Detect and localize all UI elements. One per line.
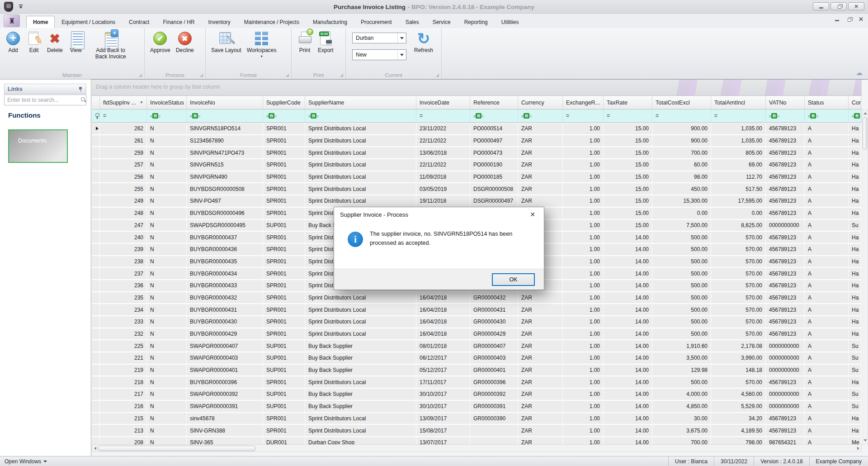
- grid-cell[interactable]: SUP001: [263, 352, 305, 364]
- grid-cell[interactable]: 500.00: [652, 256, 711, 267]
- grid-cell[interactable]: BUYBGR00000434: [187, 268, 263, 279]
- grid-cell[interactable]: 17/11/2017: [416, 376, 470, 388]
- grid-cell[interactable]: 1.00: [563, 292, 604, 304]
- tab-manufacturing[interactable]: Manufacturing: [306, 16, 354, 28]
- grid-cell[interactable]: SWAPGR00000392: [187, 389, 263, 400]
- grid-cell[interactable]: 570.00: [711, 280, 766, 291]
- grid-cell[interactable]: 500.00: [652, 328, 711, 340]
- column-header-invoicestatus[interactable]: InvoiceStatus: [147, 96, 187, 109]
- grid-cell[interactable]: 500.00: [652, 292, 711, 304]
- column-header-taxrate[interactable]: TaxRate: [604, 96, 652, 109]
- grid-cell[interactable]: Buy Back Supplier: [305, 352, 416, 364]
- grid-cell[interactable]: SUP001: [263, 220, 305, 231]
- grid-cell[interactable]: GR00000403: [470, 352, 518, 364]
- grid-cell[interactable]: 456789123: [766, 280, 805, 291]
- grid-cell[interactable]: Ha: [849, 316, 861, 328]
- grid-cell[interactable]: A: [805, 268, 849, 279]
- grid-cell[interactable]: BUYBGR00000431: [187, 304, 263, 315]
- print-button[interactable]: ?Print: [295, 30, 314, 55]
- grid-cell[interactable]: 14.00: [604, 389, 652, 400]
- grid-cell[interactable]: SPR001: [263, 268, 305, 279]
- grid-cell[interactable]: PO0000514: [470, 123, 518, 134]
- filter-cell[interactable]: aBc: [187, 109, 263, 122]
- grid-cell[interactable]: A: [805, 401, 849, 412]
- column-header-totalcostexcl[interactable]: TotalCostExcl: [652, 96, 711, 109]
- table-row[interactable]: 261NS1234567890SPR001Sprint Distributors…: [92, 135, 862, 147]
- status-dropdown[interactable]: New: [352, 49, 406, 60]
- grid-cell[interactable]: 234: [100, 304, 147, 315]
- grid-cell[interactable]: 15.00: [604, 159, 652, 171]
- grid-cell[interactable]: A: [805, 171, 849, 183]
- grid-cell[interactable]: BUYBDSGR00000508: [187, 183, 263, 195]
- grid-cell[interactable]: SUP001: [263, 365, 305, 376]
- grid-cell[interactable]: Sprint Distributors Local: [305, 425, 416, 436]
- dialog-title-bar[interactable]: Supplier Invoice - Process ✕: [334, 207, 544, 222]
- scroll-down-icon[interactable]: [863, 439, 867, 442]
- grid-cell[interactable]: 456789123: [766, 316, 805, 328]
- grid-cell[interactable]: Buy Back Supplier: [305, 401, 416, 412]
- grid-cell[interactable]: N: [147, 352, 187, 364]
- grid-cell[interactable]: 60.00: [652, 159, 711, 171]
- grid-cell[interactable]: 1.00: [563, 328, 604, 340]
- grid-cell[interactable]: 16/04/2018: [416, 292, 470, 304]
- grid-cell[interactable]: Durban Copy Shop: [305, 437, 416, 444]
- grid-cell[interactable]: 262: [100, 123, 147, 134]
- grid-cell[interactable]: N: [147, 171, 187, 183]
- grid-cell[interactable]: ZAR: [518, 147, 563, 158]
- grid-cell[interactable]: SINVGRN515: [187, 159, 263, 171]
- grid-cell[interactable]: SPR001: [263, 280, 305, 291]
- grid-cell[interactable]: SWAPGR00000401: [187, 365, 263, 376]
- grid-cell[interactable]: ZAR: [518, 365, 563, 376]
- grid-cell[interactable]: SPR001: [263, 171, 305, 183]
- grid-cell[interactable]: SINVPGRN471PO473: [187, 147, 263, 158]
- grid-cell[interactable]: 233: [100, 316, 147, 328]
- table-row[interactable]: 208NSINV-365DUR001Durban Copy Shop13/07/…: [92, 437, 862, 444]
- grid-cell[interactable]: 22/11/2022: [416, 159, 470, 171]
- grid-cell[interactable]: A: [805, 328, 849, 340]
- grid-cell[interactable]: 219: [100, 365, 147, 376]
- filter-cell[interactable]: aBc: [518, 109, 563, 122]
- grid-cell[interactable]: 213: [100, 425, 147, 436]
- grid-cell[interactable]: Su: [849, 365, 861, 376]
- grid-cell[interactable]: N: [147, 401, 187, 412]
- grid-cell[interactable]: 16/04/2018: [416, 328, 470, 340]
- grid-cell[interactable]: SUP001: [263, 340, 305, 352]
- grid-cell[interactable]: 1.00: [563, 171, 604, 183]
- grid-cell[interactable]: Su: [849, 401, 861, 412]
- grid-cell[interactable]: N: [147, 340, 187, 352]
- grid-cell[interactable]: 570.00: [711, 256, 766, 267]
- grid-cell[interactable]: 3,500.00: [652, 352, 711, 364]
- grid-cell[interactable]: ZAR: [518, 376, 563, 388]
- grid-cell[interactable]: 0000000000: [766, 220, 805, 231]
- grid-cell[interactable]: 0.00: [652, 208, 711, 219]
- grid-cell[interactable]: 1.00: [563, 220, 604, 231]
- grid-cell[interactable]: 456789123: [766, 135, 805, 147]
- grid-cell[interactable]: N: [147, 256, 187, 267]
- grid-cell[interactable]: Ha: [849, 244, 861, 255]
- grid-cell[interactable]: 236: [100, 280, 147, 291]
- grid-cell[interactable]: N: [147, 376, 187, 388]
- filter-cell[interactable]: =: [652, 109, 711, 122]
- grid-cell[interactable]: 570.00: [711, 376, 766, 388]
- grid-cell[interactable]: 456789123: [766, 208, 805, 219]
- group-dialog-launcher-icon[interactable]: [200, 74, 203, 77]
- grid-cell[interactable]: BUYBDSGR00000496: [187, 208, 263, 219]
- grid-cell[interactable]: 15.00: [604, 123, 652, 134]
- scroll-up-icon[interactable]: [863, 112, 867, 114]
- grid-cell[interactable]: 14.00: [604, 340, 652, 352]
- grid-cell[interactable]: 1.00: [563, 183, 604, 195]
- filter-cell[interactable]: aBc: [766, 109, 805, 122]
- column-header-totalamtincl[interactable]: TotalAmtIncl: [711, 96, 766, 109]
- grid-cell[interactable]: Ha: [849, 171, 861, 183]
- grid-cell[interactable]: 15.00: [604, 220, 652, 231]
- dropdown-arrow-icon[interactable]: [397, 33, 406, 43]
- tab-contract[interactable]: Contract: [122, 16, 156, 28]
- grid-cell[interactable]: A: [805, 413, 849, 424]
- refresh-button[interactable]: Refresh: [412, 30, 435, 55]
- grid-cell[interactable]: 456789123: [766, 292, 805, 304]
- grid-cell[interactable]: Sprint Distributors Local: [305, 183, 416, 195]
- grid-cell[interactable]: SPR001: [263, 316, 305, 328]
- column-header-suppliername[interactable]: SupplierName: [305, 96, 416, 109]
- grid-cell[interactable]: 517.50: [711, 183, 766, 195]
- grid-cell[interactable]: 3,990.00: [711, 352, 766, 364]
